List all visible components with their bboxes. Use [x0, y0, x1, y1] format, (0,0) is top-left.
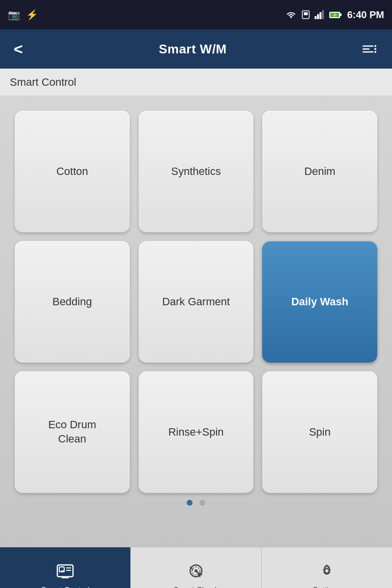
pagination-dot-1[interactable] [187, 500, 193, 506]
wash-btn-cotton[interactable]: Cotton [15, 111, 130, 232]
wash-btn-daily-wash[interactable]: Daily Wash [262, 241, 377, 363]
back-button[interactable]: < [10, 36, 27, 62]
svg-point-9 [374, 45, 376, 47]
tab-smart-check-label: Smart Check [173, 586, 219, 588]
menu-button[interactable] [359, 40, 382, 58]
svg-point-10 [374, 48, 376, 50]
bottom-tab-bar: Smart Control Smart Check [0, 547, 392, 588]
status-right-icons: ⚡ 6:40 PM [285, 9, 384, 21]
tab-smart-check[interactable]: Smart Check [131, 547, 262, 588]
wash-btn-spin[interactable]: Spin [262, 371, 377, 493]
section-title: Smart Control [10, 76, 76, 89]
tab-settings[interactable]: Settings [262, 547, 392, 588]
status-left-icons: 📷 ⚡ [8, 9, 38, 21]
tab-smart-control-label: Smart Control [41, 586, 90, 588]
smart-control-icon [55, 563, 75, 583]
smart-check-icon [186, 563, 206, 583]
battery-icon: ⚡ [329, 12, 340, 18]
svg-rect-3 [317, 14, 319, 19]
svg-rect-5 [322, 10, 324, 19]
usb-icon: ⚡ [26, 9, 38, 21]
svg-point-11 [374, 51, 376, 53]
tab-smart-control[interactable]: Smart Control [0, 547, 131, 588]
wash-btn-synthetics[interactable]: Synthetics [139, 111, 254, 232]
section-header: Smart Control [0, 69, 392, 96]
sim-icon [301, 10, 311, 20]
settings-icon [317, 563, 337, 583]
svg-rect-2 [315, 16, 317, 19]
top-nav: < Smart W/M [0, 29, 392, 69]
wash-btn-denim[interactable]: Denim [262, 111, 377, 232]
tab-settings-label: Settings [313, 586, 341, 588]
wash-btn-dark-garment[interactable]: Dark Garment [139, 241, 254, 363]
pagination [187, 500, 205, 506]
wash-grid: Cotton Synthetics Denim Bedding Dark Gar… [15, 111, 377, 493]
nav-title: Smart W/M [159, 42, 227, 57]
svg-rect-1 [304, 12, 308, 15]
svg-rect-4 [319, 12, 321, 19]
wash-btn-rinse-spin[interactable]: Rinse+Spin [139, 371, 254, 493]
wash-btn-eco-drum-clean[interactable]: Eco DrumClean [15, 371, 130, 493]
pagination-dot-2[interactable] [199, 500, 205, 506]
main-content: Cotton Synthetics Denim Bedding Dark Gar… [0, 96, 392, 547]
signal-icon [315, 10, 325, 19]
camera-icon: 📷 [8, 9, 20, 21]
wash-btn-bedding[interactable]: Bedding [15, 241, 130, 363]
wifi-icon [285, 10, 297, 20]
status-time: 6:40 PM [347, 9, 384, 21]
status-bar: 📷 ⚡ ⚡ 6:40 PM [0, 0, 392, 29]
